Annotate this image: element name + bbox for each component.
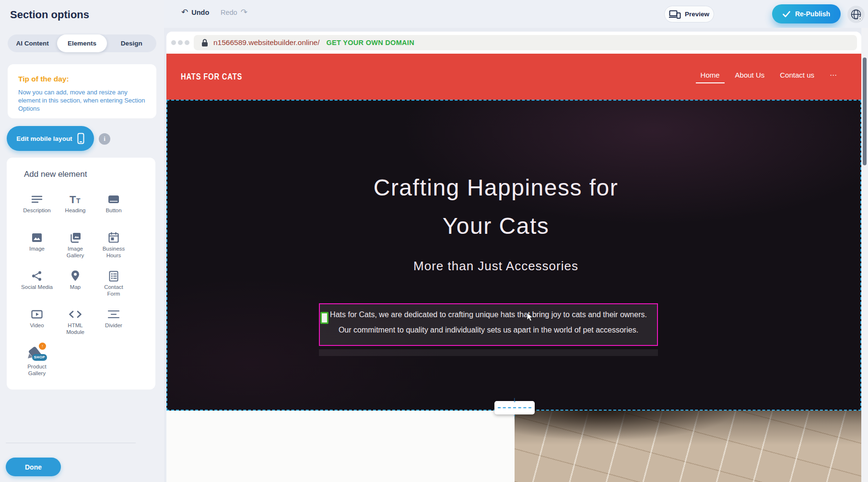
globe-status-dot [858,17,862,21]
edit-mobile-layout-label: Edit mobile layout [16,135,72,142]
tip-title: Tip of the day: [18,75,69,83]
resize-dashed-line [498,407,531,408]
tip-body: Now you can add, move and resize any ele… [18,88,149,113]
republish-label: Re-Publish [795,10,830,18]
redo-label: Redo [221,9,237,16]
tab-elements[interactable]: Elements [57,34,106,52]
element-item-social-media[interactable]: Social Media [18,268,56,306]
resize-arrow-up-icon: ↑ [513,412,516,420]
redo-icon: ↷ [241,7,247,17]
site-logo[interactable]: HATS FOR CATS [181,72,242,82]
site-header: HATS FOR CATS Home About Us Contact us ⋯ [166,54,861,100]
nav-item-about-us[interactable]: About Us [735,71,765,83]
element-item-map[interactable]: Map [56,268,94,306]
hero-copy: Crafting Happiness for Your Cats More th… [166,100,825,274]
section-resize-handle[interactable]: ↓ ↑ [494,401,535,414]
text-element-shadow-strip [319,349,658,356]
next-section-preview [166,411,861,482]
republish-button[interactable]: Re-Publish [772,4,841,23]
element-item-html-module[interactable]: HTML Module [56,306,94,344]
element-label: Heading [65,207,86,214]
hero-heading-line2[interactable]: Your Cats [166,207,825,245]
canvas-scrollbar-thumb[interactable] [863,57,867,165]
map-pin-icon [69,268,82,284]
hero-body-line1: Hats for Cats, we are dedicated to craft… [320,310,657,320]
browser-address-bar: n1566589.websitebuilder.online/ GET YOUR… [194,35,857,50]
hero-body-line2: Our commitment to quality and individual… [320,325,657,335]
website-builder-app: { "panel": { "title": "Section options",… [0,0,868,482]
check-icon [783,11,790,17]
svg-text:T: T [70,194,76,206]
element-item-image-gallery[interactable]: Image Gallery [56,230,94,268]
done-button[interactable]: Done [6,458,61,476]
browser-chrome-bar: n1566589.websitebuilder.online/ GET YOUR… [166,32,861,54]
element-item-divider[interactable]: Divider [94,306,133,344]
tip-of-the-day-card: Tip of the day: Now you can add, move an… [8,64,156,118]
get-your-own-domain-link[interactable]: GET YOUR OWN DOMAIN [326,39,414,46]
element-label: Image Gallery [67,246,84,259]
element-label: Description [23,207,51,214]
element-drag-handle[interactable] [320,312,328,324]
element-label: Video [30,322,44,329]
undo-button[interactable]: ↶ Undo [181,7,209,17]
element-grid: Description T T Heading [18,191,133,383]
preview-label: Preview [685,11,709,18]
hero-subheading[interactable]: More than Just Accessories [166,259,825,274]
hero-section[interactable]: Crafting Happiness for Your Cats More th… [166,100,861,411]
lock-icon [201,39,208,47]
canvas-scrollbar-track [861,28,868,482]
undo-label: Undo [191,9,209,16]
add-new-element-card: Add new element Description T T Heading [7,158,155,390]
business-hours-icon [107,230,120,246]
element-label: Product Gallery [27,364,47,377]
selected-text-element[interactable]: Hats for Cats, we are dedicated to craft… [319,303,658,346]
video-icon [30,306,44,322]
site-url: n1566589.websitebuilder.online/ [213,38,319,47]
devices-preview-icon [669,10,681,19]
site-nav: Home About Us Contact us ⋯ [701,71,837,84]
redo-button[interactable]: Redo ↷ [221,7,247,17]
html-module-icon [68,306,82,322]
heading-icon: T T [69,191,82,207]
element-label: Divider [105,322,122,329]
nav-item-home[interactable]: Home [701,71,720,83]
element-label: Contact Form [104,284,123,297]
hero-heading-line1[interactable]: Crafting Happiness for [166,169,825,207]
panel-tabs: AI Content Elements Design [8,34,156,52]
nav-item-contact-us[interactable]: Contact us [780,71,814,83]
element-item-video[interactable]: Video [18,306,56,344]
shop-badge: SHOP [32,354,47,361]
social-media-icon [30,268,44,284]
tiled-floor-photo [515,411,861,482]
editor-canvas: n1566589.websitebuilder.online/ GET YOUR… [164,28,868,482]
language-globe-button[interactable] [847,6,865,23]
browser-window-dots [171,40,189,45]
mobile-phone-icon [77,133,84,144]
element-item-product-gallery[interactable]: ↑ SHOP Product Gallery [18,344,56,383]
info-icon[interactable]: i [99,133,110,145]
product-gallery-icon: ↑ SHOP [27,344,47,364]
element-item-button[interactable]: Button [94,191,133,230]
element-label: Business Hours [103,246,125,259]
element-item-image[interactable]: Image [18,230,56,268]
tab-ai-content[interactable]: AI Content [8,34,57,52]
panel-divider [6,443,136,443]
preview-button[interactable]: Preview [664,6,714,23]
add-new-element-title: Add new element [24,170,87,179]
divider-icon [107,306,120,322]
edit-mobile-layout-button[interactable]: Edit mobile layout [7,126,94,151]
image-gallery-icon [69,230,82,246]
element-item-description[interactable]: Description [18,191,56,230]
description-icon [30,191,44,207]
section-options-panel: Section options AI Content Elements Desi… [0,0,164,482]
element-label: Image [29,246,45,252]
element-item-contact-form[interactable]: Contact Form [94,268,133,306]
tab-design[interactable]: Design [107,34,156,52]
element-item-business-hours[interactable]: Business Hours [94,230,133,268]
nav-overflow-menu[interactable]: ⋯ [830,71,837,84]
button-icon [107,191,120,207]
resize-arrow-down-icon: ↓ [513,395,516,403]
element-item-heading[interactable]: T T Heading [56,191,94,230]
contact-form-icon [107,268,120,284]
page-title: Section options [10,9,89,21]
